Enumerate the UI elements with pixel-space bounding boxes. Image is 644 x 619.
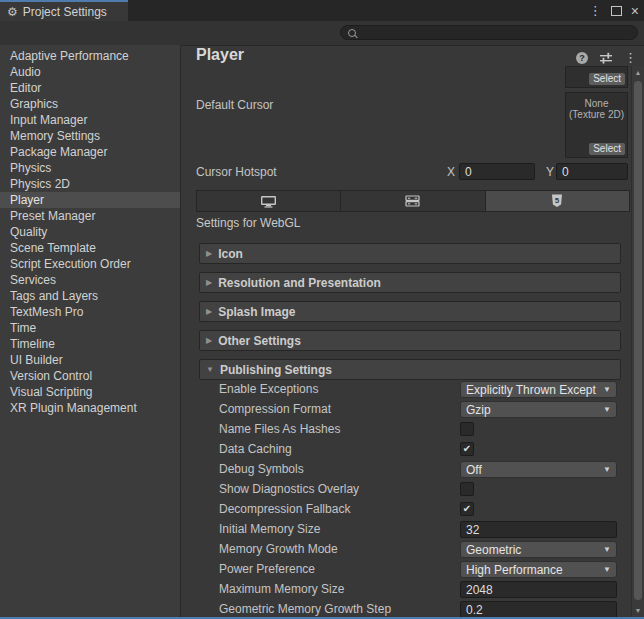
data-caching-label: Data Caching	[219, 441, 292, 458]
show-diagnostics-overlay-label: Show Diagnostics Overlay	[219, 481, 359, 498]
compression-format-dropdown[interactable]: Gzip▼	[460, 401, 617, 418]
platform-tab-desktop[interactable]	[197, 191, 341, 211]
chevron-down-icon: ▼	[603, 385, 611, 394]
section-icon[interactable]: ▶Icon	[199, 243, 621, 264]
chevron-down-icon: ▼	[603, 405, 611, 414]
sidebar-item-editor[interactable]: Editor	[0, 80, 180, 96]
chevron-right-icon: ▶	[206, 336, 212, 345]
hotspot-x-field[interactable]	[459, 163, 535, 180]
server-icon	[405, 195, 420, 207]
enable-exceptions-dropdown[interactable]: Explicitly Thrown Except▼	[460, 381, 617, 398]
settings-category-list: Adaptive PerformanceAudioEditorGraphicsI…	[0, 45, 181, 619]
section-label: Publishing Settings	[220, 363, 332, 377]
sidebar-item-xr-plugin-management[interactable]: XR Plugin Management	[0, 400, 180, 416]
decompression-fallback-checkbox[interactable]: ✔	[460, 502, 474, 516]
sidebar-item-package-manager[interactable]: Package Manager	[0, 144, 180, 160]
kebab-menu-icon[interactable]: ⋮	[589, 4, 602, 17]
scrollbar-thumb[interactable]	[634, 81, 642, 600]
toolbar	[0, 21, 644, 46]
search-box[interactable]	[340, 25, 638, 40]
chevron-right-icon: ▶	[206, 278, 212, 287]
sidebar-item-visual-scripting[interactable]: Visual Scripting	[0, 384, 180, 400]
sidebar-item-tags-and-layers[interactable]: Tags and Layers	[0, 288, 180, 304]
initial-memory-size-field[interactable]	[460, 521, 617, 538]
chevron-down-icon: ▼	[603, 465, 611, 474]
data-caching-checkbox[interactable]: ✔	[460, 442, 474, 456]
sidebar-item-textmesh-pro[interactable]: TextMesh Pro	[0, 304, 180, 320]
scroll-up-icon[interactable]: ▲	[632, 69, 644, 76]
default-cursor-object-picker[interactable]: None (Texture 2D) Select	[565, 92, 628, 158]
platform-tab-dedicated-server[interactable]	[341, 191, 485, 211]
show-diagnostics-overlay-checkbox[interactable]	[460, 482, 474, 496]
object-type: (Texture 2D)	[566, 109, 627, 120]
section-label: Splash Image	[218, 305, 295, 319]
dropdown-value: Geometric	[466, 543, 601, 557]
dropdown-value: Gzip	[466, 403, 601, 417]
section-other-settings[interactable]: ▶Other Settings	[199, 330, 621, 351]
chevron-right-icon: ▶	[206, 249, 212, 258]
sidebar-item-player[interactable]: Player	[0, 192, 180, 208]
section-label: Resolution and Presentation	[218, 276, 381, 290]
sidebar-item-script-execution-order[interactable]: Script Execution Order	[0, 256, 180, 272]
chevron-down-icon: ▼	[603, 545, 611, 554]
enable-exceptions-label: Enable Exceptions	[219, 381, 318, 398]
gear-icon: ⚙	[7, 6, 18, 18]
debug-symbols-dropdown[interactable]: Off▼	[460, 461, 617, 478]
maximize-icon[interactable]	[611, 6, 622, 16]
memory-growth-mode-dropdown[interactable]: Geometric▼	[460, 541, 617, 558]
vertical-scrollbar[interactable]: ▲ ▼	[631, 66, 644, 619]
sidebar-item-audio[interactable]: Audio	[0, 64, 180, 80]
sidebar-item-physics-2d[interactable]: Physics 2D	[0, 176, 180, 192]
hotspot-y-label: Y	[546, 165, 554, 179]
presets-icon[interactable]	[599, 52, 613, 64]
select-button[interactable]: Select	[589, 73, 625, 85]
hotspot-x-label: X	[447, 165, 455, 179]
decompression-fallback-label: Decompression Fallback	[219, 501, 350, 518]
scroll-down-icon[interactable]: ▼	[632, 607, 644, 614]
sidebar-item-scene-template[interactable]: Scene Template	[0, 240, 180, 256]
platform-tab-webgl[interactable]: 5	[486, 191, 629, 211]
default-cursor-label: Default Cursor	[196, 98, 273, 112]
sidebar-item-quality[interactable]: Quality	[0, 224, 180, 240]
hotspot-y-field[interactable]	[556, 163, 628, 180]
window-title: Project Settings	[23, 5, 107, 19]
svg-text:5: 5	[555, 196, 560, 205]
sidebar-item-memory-settings[interactable]: Memory Settings	[0, 128, 180, 144]
sidebar-item-time[interactable]: Time	[0, 320, 180, 336]
sidebar-item-services[interactable]: Services	[0, 272, 180, 288]
section-splash-image[interactable]: ▶Splash Image	[199, 301, 621, 322]
section-label: Icon	[218, 247, 243, 261]
sidebar-item-preset-manager[interactable]: Preset Manager	[0, 208, 180, 224]
help-icon[interactable]: ?	[576, 52, 588, 64]
sidebar-item-adaptive-performance[interactable]: Adaptive Performance	[0, 48, 180, 64]
object-picker-partial[interactable]: Select	[565, 66, 628, 88]
maximum-memory-size-label: Maximum Memory Size	[219, 581, 344, 598]
sidebar-item-version-control[interactable]: Version Control	[0, 368, 180, 384]
name-files-as-hashes-checkbox[interactable]	[460, 422, 474, 436]
section-publishing-settings[interactable]: ▼Publishing Settings	[199, 359, 621, 380]
sidebar-item-graphics[interactable]: Graphics	[0, 96, 180, 112]
section-resolution-and-presentation[interactable]: ▶Resolution and Presentation	[199, 272, 621, 293]
tab-project-settings[interactable]: ⚙ Project Settings	[0, 0, 128, 21]
player-settings-panel: Player ? ⋮ Select Default Cursor None (T…	[182, 45, 644, 619]
section-label: Other Settings	[218, 334, 301, 348]
search-input[interactable]	[361, 27, 611, 39]
maximum-memory-size-field[interactable]	[460, 581, 617, 598]
title-bar: ⚙ Project Settings ⋮ ×	[0, 0, 644, 21]
page-title: Player	[196, 46, 244, 64]
close-icon[interactable]: ×	[631, 4, 639, 18]
search-icon	[348, 29, 356, 37]
sidebar-item-input-manager[interactable]: Input Manager	[0, 112, 180, 128]
webgl-icon: 5	[551, 194, 563, 208]
chevron-down-icon: ▼	[603, 565, 611, 574]
kebab-menu-icon[interactable]: ⋮	[624, 51, 637, 64]
name-files-as-hashes-label: Name Files As Hashes	[219, 421, 340, 438]
sidebar-item-timeline[interactable]: Timeline	[0, 336, 180, 352]
sidebar-item-ui-builder[interactable]: UI Builder	[0, 352, 180, 368]
geometric-memory-growth-step-field[interactable]	[460, 601, 617, 618]
sidebar-item-physics[interactable]: Physics	[0, 160, 180, 176]
power-preference-dropdown[interactable]: High Performance▼	[460, 561, 617, 578]
memory-growth-mode-label: Memory Growth Mode	[219, 541, 338, 558]
select-button[interactable]: Select	[589, 143, 625, 155]
settings-for-text: Settings for WebGL	[196, 216, 301, 230]
